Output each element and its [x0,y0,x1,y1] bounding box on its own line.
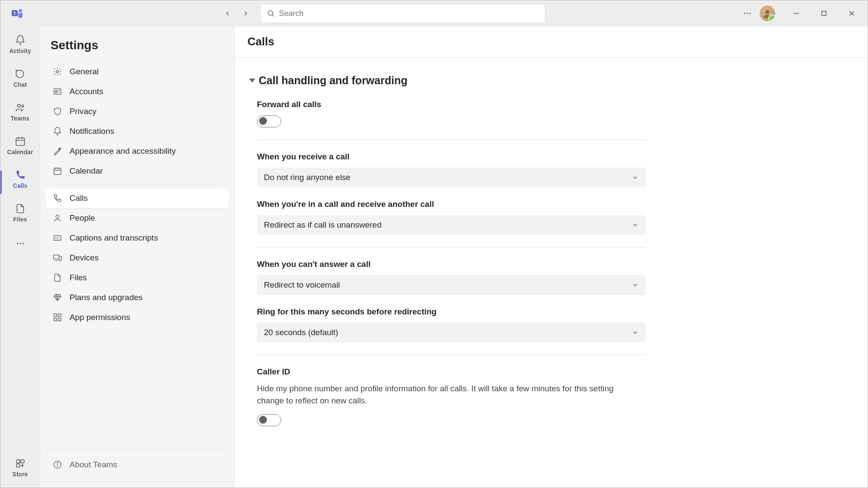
teams-logo-icon: T [10,6,25,21]
settings-label: Captions and transcripts [70,233,158,243]
settings-files[interactable]: Files [45,268,229,288]
person-icon [52,213,63,223]
rail-calls[interactable]: Calls [0,165,40,199]
settings-label: General [70,67,99,76]
caller-id-label: Caller ID [257,367,853,377]
settings-app-permissions[interactable]: App permissions [45,307,229,327]
receive-call-select[interactable]: Do not ring anyone else [257,168,646,187]
rail-label: Chat [13,81,27,88]
svg-point-19 [16,243,18,244]
ring-seconds-label: Ring for this many seconds before redire… [257,307,853,317]
chevron-down-icon [632,282,639,288]
svg-point-34 [56,215,59,218]
settings-label: Devices [70,253,99,263]
settings-appearance[interactable]: Appearance and accessibility [45,141,229,161]
rail-activity[interactable]: Activity [0,31,40,64]
rail-label: Activity [9,48,31,54]
svg-rect-37 [54,255,59,259]
forward-button[interactable] [238,6,253,21]
cant-answer-label: When you can't answer a call [257,260,853,269]
select-value: 20 seconds (default) [264,328,338,337]
more-options-button[interactable] [740,6,755,21]
settings-label: Notifications [70,127,114,136]
settings-privacy[interactable]: Privacy [45,101,229,121]
divider [52,184,222,185]
bell-icon [15,35,26,46]
forward-all-label: Forward all calls [257,100,853,109]
svg-point-27 [55,90,57,92]
settings-accounts[interactable]: Accounts [45,82,229,101]
search-input[interactable] [279,9,539,18]
avatar[interactable] [760,6,775,21]
forward-all-toggle[interactable] [257,115,281,127]
svg-rect-24 [16,464,20,467]
rail-teams[interactable]: Teams [0,98,40,132]
minimize-button[interactable] [785,6,808,21]
search-icon [267,10,275,17]
settings-plans[interactable]: Plans and upgrades [45,288,229,307]
svg-text:CC: CC [55,236,60,240]
cc-icon: CC [52,233,63,243]
divider [47,449,227,450]
rail-chat[interactable]: Chat [0,64,40,98]
chevron-down-icon [249,79,255,82]
rail-store[interactable]: Store [0,454,40,488]
settings-general[interactable]: General [45,62,229,82]
close-button[interactable] [840,6,863,21]
rail-calendar[interactable]: Calendar [0,132,40,165]
id-card-icon [52,86,63,97]
section-toggle[interactable]: Call handling and forwarding [249,74,853,87]
bell-icon [52,126,63,136]
settings-calls[interactable]: Calls [45,188,229,208]
settings-label: Files [70,273,87,282]
svg-point-6 [747,13,748,14]
store-icon [15,458,26,469]
about-teams[interactable]: About Teams [45,455,229,475]
devices-icon [52,253,63,263]
svg-point-21 [22,243,23,244]
ring-seconds-select[interactable]: 20 seconds (default) [257,323,646,342]
svg-point-8 [766,10,770,14]
svg-point-14 [21,105,23,107]
settings-notifications[interactable]: Notifications [45,121,229,141]
svg-rect-30 [54,168,61,175]
settings-people[interactable]: People [45,208,229,228]
rail-files[interactable]: Files [0,199,40,233]
cant-answer-select[interactable]: Redirect to voicemail [257,275,646,295]
phone-icon [52,193,63,203]
svg-rect-22 [16,459,20,463]
settings-label: Plans and upgrades [70,293,143,302]
receive-call-label: When you receive a call [257,152,853,162]
svg-text:T: T [13,10,16,16]
svg-point-5 [744,13,746,14]
another-call-select[interactable]: Redirect as if call is unanswered [257,215,646,235]
rail-more[interactable] [0,233,40,254]
svg-rect-10 [822,11,826,16]
settings-label: People [70,213,95,223]
caller-id-toggle[interactable] [257,414,281,426]
select-value: Redirect as if call is unanswered [264,220,381,230]
info-icon [52,459,63,470]
svg-rect-23 [21,459,24,463]
settings-devices[interactable]: Devices [45,248,229,268]
svg-point-13 [17,104,20,107]
grid-icon [52,312,63,323]
rail-label: Calendar [7,149,33,155]
panel-title: Settings [40,34,234,62]
svg-line-4 [272,15,273,16]
select-value: Do not ring anyone else [264,173,351,182]
page-title: Calls [247,35,855,48]
rail-label: Teams [11,115,29,122]
divider [257,247,646,247]
svg-rect-38 [59,256,62,260]
search-box[interactable] [260,4,545,23]
settings-calendar[interactable]: Calendar [45,161,229,181]
settings-captions[interactable]: CC Captions and transcripts [45,228,229,248]
diamond-icon [52,292,63,303]
svg-point-25 [56,70,59,73]
svg-rect-26 [54,89,61,95]
back-button[interactable] [220,6,235,21]
maximize-button[interactable] [812,6,836,21]
settings-label: App permissions [70,313,130,322]
svg-point-3 [268,11,273,16]
